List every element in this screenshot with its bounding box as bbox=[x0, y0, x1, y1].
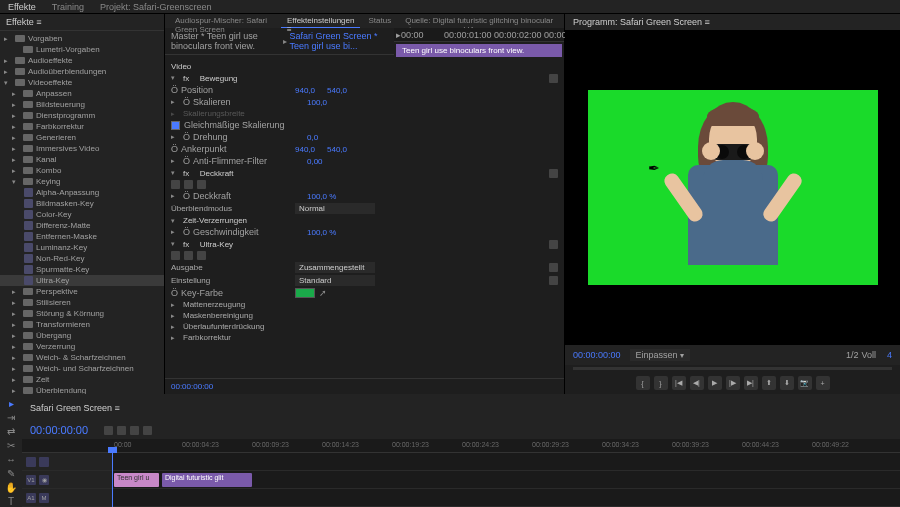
mark-out-button[interactable]: } bbox=[654, 376, 668, 390]
extract-button[interactable]: ⬇ bbox=[780, 376, 794, 390]
lift-button[interactable]: ⬆ bbox=[762, 376, 776, 390]
preset-spur[interactable]: Spurmatte-Key bbox=[0, 264, 164, 275]
tree-kanal[interactable]: ▸Kanal bbox=[0, 154, 164, 165]
preset-lumi[interactable]: Luminanz-Key bbox=[0, 242, 164, 253]
track-target-v2[interactable] bbox=[26, 457, 36, 467]
export-frame-button[interactable]: 📷 bbox=[798, 376, 812, 390]
tab-effects[interactable]: Effekte bbox=[0, 0, 44, 13]
uniform-scale-checkbox[interactable] bbox=[171, 121, 180, 130]
slip-tool[interactable]: ↔ bbox=[4, 454, 18, 465]
opacity-value[interactable]: 100,0 % bbox=[307, 192, 336, 201]
tree-videoeffects[interactable]: ▾Videoeffekte bbox=[0, 77, 164, 88]
prop-colorcorr[interactable]: Farbkorrektur bbox=[183, 333, 303, 342]
tree-weich1[interactable]: ▸Weich- & Scharfzeichnen bbox=[0, 352, 164, 363]
reset-icon[interactable] bbox=[549, 74, 558, 83]
tree-lumetri[interactable]: Lumetri-Vorgaben bbox=[0, 44, 164, 55]
prop-matte-gen[interactable]: Mattenerzeugung bbox=[183, 300, 303, 309]
clip-digital[interactable]: Digital futuristic glit bbox=[162, 473, 252, 487]
tree-presets[interactable]: ▸Vorgaben bbox=[0, 33, 164, 44]
preset-differenz[interactable]: Differenz-Matte bbox=[0, 220, 164, 231]
clip-teen-girl[interactable]: Teen girl u bbox=[114, 473, 159, 487]
tree-immer[interactable]: ▸Immersives Video bbox=[0, 143, 164, 154]
prop-spill[interactable]: Überlaufunterdrückung bbox=[183, 322, 303, 331]
reset-icon[interactable] bbox=[549, 240, 558, 249]
razor-tool[interactable]: ✂ bbox=[4, 440, 18, 451]
zoom-dropdown[interactable]: Einpassen ▾ bbox=[630, 349, 690, 361]
tree-farb[interactable]: ▸Farbkorrektur bbox=[0, 121, 164, 132]
step-back-button[interactable]: ◀| bbox=[690, 376, 704, 390]
fx-motion[interactable]: Bewegung bbox=[200, 74, 238, 83]
tree-gen[interactable]: ▸Generieren bbox=[0, 132, 164, 143]
blendmode-dropdown[interactable]: Normal bbox=[295, 203, 375, 214]
fx-time-remap[interactable]: Zeit-Verzerrungen bbox=[183, 216, 247, 225]
ellipse-mask-icon[interactable] bbox=[171, 180, 180, 189]
key-color-swatch[interactable] bbox=[295, 288, 315, 298]
scrub-bar[interactable] bbox=[573, 367, 892, 370]
play-button[interactable]: ▶ bbox=[708, 376, 722, 390]
hand-tool[interactable]: ✋ bbox=[4, 482, 18, 493]
pen-mask-icon[interactable] bbox=[197, 251, 206, 260]
tab-source[interactable]: Quelle: Digital futuristic glitching bin… bbox=[399, 14, 560, 28]
track-v1[interactable]: V1◉ Teen girl u Digital futuristic glit bbox=[22, 471, 900, 489]
timeline-tracks[interactable]: V1◉ Teen girl u Digital futuristic glit … bbox=[22, 453, 900, 507]
preset-color[interactable]: Color-Key bbox=[0, 209, 164, 220]
sequence-name[interactable]: Safari Green Screen ≡ bbox=[30, 403, 120, 413]
tree-dienst[interactable]: ▸Dienstprogramm bbox=[0, 110, 164, 121]
ellipse-mask-icon[interactable] bbox=[171, 251, 180, 260]
preset-bildmaske[interactable]: Bildmasken-Key bbox=[0, 198, 164, 209]
track-lock-v2[interactable] bbox=[39, 457, 49, 467]
position-y[interactable]: 540,0 bbox=[327, 86, 347, 95]
anchor-x[interactable]: 940,0 bbox=[295, 145, 315, 154]
linked-selection-icon[interactable] bbox=[117, 426, 126, 435]
tab-audio-mixer[interactable]: Audiospur-Mischer: Safari Green Screen bbox=[169, 14, 279, 28]
pen-mask-icon[interactable] bbox=[197, 180, 206, 189]
fx-opacity[interactable]: Deckkraft bbox=[200, 169, 234, 178]
prop-matte-clean[interactable]: Maskenbereinigung bbox=[183, 311, 303, 320]
snap-icon[interactable] bbox=[104, 426, 113, 435]
tree-audiotrans[interactable]: ▸Audioüberblendungen bbox=[0, 66, 164, 77]
full-res[interactable]: Voll bbox=[861, 350, 876, 360]
tree-zeit[interactable]: ▸Zeit bbox=[0, 374, 164, 385]
tab-effect-settings[interactable]: Effekteinstellungen ≡ bbox=[281, 14, 360, 28]
output-dropdown[interactable]: Zusammengestellt bbox=[295, 262, 375, 273]
scale-value[interactable]: 100,0 bbox=[307, 98, 327, 107]
program-timecode[interactable]: 00:00:00:00 bbox=[573, 350, 621, 360]
mark-in-button[interactable]: { bbox=[636, 376, 650, 390]
selection-tool[interactable]: ▸ bbox=[4, 398, 18, 409]
tree-persp[interactable]: ▸Perspektive bbox=[0, 286, 164, 297]
type-tool[interactable]: T bbox=[4, 496, 18, 507]
tree-ueberbl[interactable]: ▸Überblendung bbox=[0, 385, 164, 394]
position-x[interactable]: 940,0 bbox=[295, 86, 315, 95]
step-fwd-button[interactable]: |▶ bbox=[726, 376, 740, 390]
tree-ueber[interactable]: ▸Übergang bbox=[0, 330, 164, 341]
effect-timecode[interactable]: 00:00:00:00 bbox=[165, 378, 564, 394]
reset-icon[interactable] bbox=[549, 276, 558, 285]
program-monitor[interactable]: ✒ bbox=[565, 30, 900, 345]
antiflicker-value[interactable]: 0,00 bbox=[307, 157, 323, 166]
marker-icon[interactable] bbox=[130, 426, 139, 435]
track-select-tool[interactable]: ⇥ bbox=[4, 412, 18, 423]
tree-stil[interactable]: ▸Stilisieren bbox=[0, 297, 164, 308]
reset-icon[interactable] bbox=[549, 263, 558, 272]
sequence-link[interactable]: Safari Green Screen * Teen girl use bi..… bbox=[290, 31, 389, 51]
track-target-a1[interactable]: A1 bbox=[26, 493, 36, 503]
tab-project[interactable]: Projekt: Safari-Greenscreen bbox=[92, 0, 220, 13]
mini-timeline-ruler[interactable]: ▸00:00 00:00:01:00 00:00:02:00 00:00:03:… bbox=[394, 28, 564, 42]
speed-value[interactable]: 100,0 % bbox=[307, 228, 336, 237]
fx-ultra-key[interactable]: Ultra-Key bbox=[200, 240, 233, 249]
track-toggle-v1[interactable]: ◉ bbox=[39, 475, 49, 485]
tree-stoer[interactable]: ▸Störung & Körnung bbox=[0, 308, 164, 319]
settings-icon[interactable] bbox=[143, 426, 152, 435]
preset-entfern[interactable]: Entfernen-Maske bbox=[0, 231, 164, 242]
ripple-tool[interactable]: ⇄ bbox=[4, 426, 18, 437]
rect-mask-icon[interactable] bbox=[184, 180, 193, 189]
reset-icon[interactable] bbox=[549, 169, 558, 178]
settings-button[interactable]: + bbox=[816, 376, 830, 390]
tree-verz[interactable]: ▸Verzerrung bbox=[0, 341, 164, 352]
eyedropper-icon[interactable]: ➚ bbox=[319, 288, 329, 298]
track-target-v1[interactable]: V1 bbox=[26, 475, 36, 485]
tree-anpassen[interactable]: ▸Anpassen bbox=[0, 88, 164, 99]
half-res[interactable]: 1/2 bbox=[846, 350, 859, 360]
rotation-value[interactable]: 0,0 bbox=[307, 133, 318, 142]
timeline-timecode[interactable]: 00:00:00:00 bbox=[30, 424, 88, 436]
